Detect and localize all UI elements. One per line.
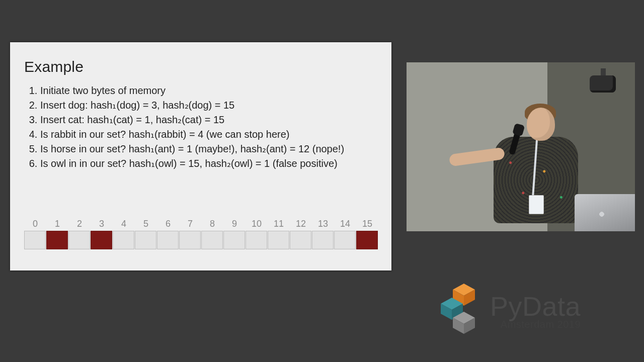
bit-cell — [157, 231, 179, 249]
bit-label: 14 — [334, 219, 356, 229]
bit-cell — [91, 231, 112, 249]
bit-label: 0 — [24, 219, 46, 229]
bit-label: 8 — [201, 219, 223, 229]
bit-cell — [290, 231, 311, 249]
step-4: Is rabbit in our set? hash₁(rabbit) = 4 … — [40, 127, 381, 142]
bit-label: 6 — [157, 219, 179, 229]
bit-label: 15 — [356, 219, 378, 229]
bit-label: 4 — [113, 219, 135, 229]
bit-label: 13 — [312, 219, 334, 229]
presenter — [494, 101, 584, 231]
step-2: Insert dog: hash₁(dog) = 3, hash₂(dog) =… — [40, 98, 381, 113]
bit-cell — [356, 231, 378, 249]
bit-label: 3 — [91, 219, 113, 229]
slide: Example Initiate two bytes of memory Ins… — [10, 42, 391, 270]
bit-label: 1 — [46, 219, 68, 229]
bit-cell — [24, 231, 46, 249]
bit-label: 5 — [135, 219, 157, 229]
bit-cell — [113, 231, 134, 249]
pydata-wordmark: PyData — [490, 293, 581, 320]
bit-cell — [334, 231, 356, 249]
bit-cell — [201, 231, 223, 249]
step-3: Insert cat: hash₁(cat) = 1, hash₂(cat) =… — [40, 113, 381, 127]
laptop-icon — [575, 194, 635, 231]
speaker-video-feed — [407, 62, 635, 231]
bit-cell — [223, 231, 245, 249]
bit-array — [24, 231, 378, 249]
pydata-logo: PyData Amsterdam 2019 — [434, 278, 635, 343]
bit-label: 2 — [68, 219, 91, 229]
bit-cell — [135, 231, 156, 249]
bit-cell — [46, 231, 68, 249]
slide-title: Example — [24, 58, 84, 75]
bit-cell — [268, 231, 289, 249]
bit-cell — [312, 231, 334, 249]
bit-cell — [68, 231, 90, 249]
slide-steps: Initiate two bytes of memory Insert dog:… — [30, 83, 381, 171]
pydata-logo-icon — [434, 283, 484, 338]
step-1: Initiate two bytes of memory — [40, 83, 381, 98]
bit-cell — [179, 231, 201, 249]
ceiling-camera-icon — [590, 75, 616, 93]
bit-label: 9 — [223, 219, 246, 229]
pydata-subtitle: Amsterdam 2019 — [490, 319, 581, 330]
bit-index-labels: 0 1 2 3 4 5 6 7 8 9 10 11 12 13 14 15 — [24, 219, 378, 229]
bit-label: 10 — [246, 219, 268, 229]
bit-label: 12 — [290, 219, 312, 229]
step-5: Is horse in our set? hash₁(ant) = 1 (may… — [40, 142, 381, 156]
pydata-wordmark-data: Data — [522, 291, 581, 321]
bit-cell — [246, 231, 267, 249]
step-6: Is owl in in our set? hash₁(owl) = 15, h… — [40, 156, 381, 171]
bit-label: 11 — [268, 219, 290, 229]
pydata-wordmark-py: Py — [490, 291, 522, 321]
bit-label: 7 — [179, 219, 201, 229]
